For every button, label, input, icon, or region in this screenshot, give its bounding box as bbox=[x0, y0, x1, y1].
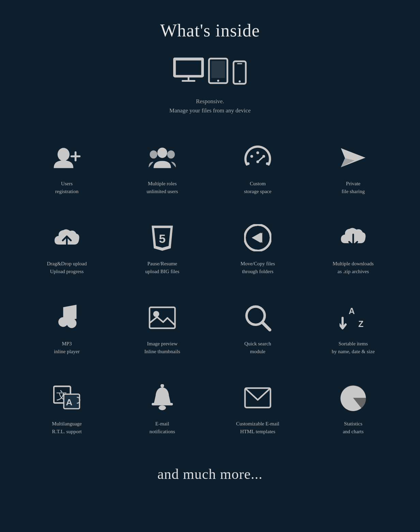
feature-multiple-downloads-label: Multiple downloadsas .zip archives bbox=[333, 260, 374, 275]
phone-icon bbox=[232, 60, 247, 87]
svg-rect-7 bbox=[211, 61, 225, 78]
svg-point-47 bbox=[161, 384, 164, 388]
music-icon bbox=[53, 302, 80, 333]
svg-marker-33 bbox=[252, 233, 261, 243]
feature-drag-drop: Drag&Drop uploadUpload progress bbox=[22, 216, 111, 282]
svg-point-35 bbox=[67, 318, 76, 328]
svg-point-37 bbox=[153, 311, 159, 317]
svg-point-49 bbox=[159, 406, 166, 410]
envelope-icon bbox=[244, 382, 271, 413]
feature-private-sharing-label: Privatefile sharing bbox=[342, 180, 365, 195]
svg-rect-4 bbox=[182, 80, 195, 82]
responsive-text: Responsive. Manage your files from any d… bbox=[169, 97, 251, 115]
sort-az-icon: A Z bbox=[340, 302, 367, 333]
svg-text:A: A bbox=[349, 307, 355, 316]
html5-icon: 5 bbox=[149, 222, 176, 253]
feature-email-templates-label: Customizable E-mailHTML templates bbox=[236, 420, 279, 435]
svg-rect-36 bbox=[150, 308, 175, 328]
device-icons-group bbox=[173, 58, 247, 87]
feature-sortable: A Z Sortable itemsby name, date & size bbox=[309, 296, 397, 362]
cloud-download-icon bbox=[340, 222, 367, 253]
svg-point-18 bbox=[250, 155, 253, 158]
svg-point-21 bbox=[266, 162, 269, 165]
feature-multiple-downloads: Multiple downloadsas .zip archives bbox=[309, 216, 397, 282]
feature-pause-resume-label: Pause/Resumeupload BIG files bbox=[145, 260, 179, 275]
svg-point-9 bbox=[239, 80, 241, 82]
feature-users-registration-label: Usersregistration bbox=[55, 180, 78, 195]
user-add-icon bbox=[53, 142, 80, 173]
feature-email-templates: Customizable E-mailHTML templates bbox=[213, 376, 302, 442]
feature-move-copy-label: Move/Copy filesthrough folders bbox=[240, 260, 275, 275]
feature-image-preview-label: Image previewInline thumbnails bbox=[144, 340, 180, 355]
feature-users-registration: Usersregistration bbox=[22, 136, 111, 202]
search-icon bbox=[244, 302, 271, 333]
feature-multiple-roles-label: Multiple rolesunlimited users bbox=[147, 180, 178, 195]
feature-custom-storage-label: Customstorage space bbox=[244, 180, 271, 195]
svg-text:A: A bbox=[66, 397, 72, 408]
feature-statistics: Statisticsand charts bbox=[309, 376, 397, 442]
feature-move-copy: Move/Copy filesthrough folders bbox=[213, 216, 302, 282]
feature-multilanguage: 文 A MultilanguageR.T.L. support bbox=[22, 376, 111, 442]
svg-point-17 bbox=[247, 162, 250, 165]
feature-statistics-label: Statisticsand charts bbox=[343, 420, 363, 435]
image-icon bbox=[149, 302, 176, 333]
feature-email-notifications: E-mailnotifications bbox=[118, 376, 207, 442]
svg-point-11 bbox=[58, 148, 70, 161]
tablet-icon bbox=[208, 58, 228, 87]
group-icon bbox=[149, 142, 176, 173]
feature-quick-search-label: Quick searchmodule bbox=[244, 340, 271, 355]
translate-icon: 文 A bbox=[53, 382, 80, 413]
svg-point-16 bbox=[167, 151, 175, 159]
bell-icon bbox=[149, 382, 176, 413]
feature-multilanguage-label: MultilanguageR.T.L. support bbox=[52, 420, 81, 435]
cloud-upload-icon bbox=[53, 222, 80, 253]
svg-text:5: 5 bbox=[159, 232, 166, 246]
svg-point-15 bbox=[150, 151, 157, 159]
feature-mp3-label: MP3inline player bbox=[54, 340, 79, 355]
pie-chart-icon bbox=[340, 382, 367, 413]
feature-pause-resume: 5 Pause/Resumeupload BIG files bbox=[118, 216, 207, 282]
paper-plane-icon bbox=[340, 142, 367, 173]
feature-image-preview: Image previewInline thumbnails bbox=[118, 296, 207, 362]
feature-mp3: MP3inline player bbox=[22, 296, 111, 362]
feature-drag-drop-label: Drag&Drop uploadUpload progress bbox=[47, 260, 87, 275]
page-wrapper: What's inside bbox=[0, 0, 420, 510]
svg-rect-48 bbox=[152, 403, 173, 405]
svg-point-23 bbox=[256, 160, 259, 163]
feature-sortable-label: Sortable itemsby name, date & size bbox=[332, 340, 375, 355]
feature-quick-search: Quick searchmodule bbox=[213, 296, 302, 362]
features-grid: Usersregistration Multiple rolesunlimite… bbox=[22, 136, 397, 442]
svg-point-6 bbox=[217, 80, 219, 82]
svg-point-14 bbox=[158, 148, 167, 158]
gauge-icon bbox=[244, 142, 271, 173]
svg-text:Z: Z bbox=[358, 319, 363, 329]
monitor-icon bbox=[173, 58, 204, 87]
page-title: What's inside bbox=[160, 20, 260, 41]
arrow-circle-icon bbox=[244, 222, 271, 253]
svg-point-19 bbox=[256, 152, 259, 154]
feature-private-sharing: Privatefile sharing bbox=[309, 136, 397, 202]
feature-custom-storage: Customstorage space bbox=[213, 136, 302, 202]
and-more-text: and much more... bbox=[158, 466, 263, 482]
feature-multiple-roles: Multiple rolesunlimited users bbox=[118, 136, 207, 202]
feature-email-notifications-label: E-mailnotifications bbox=[150, 420, 175, 435]
svg-line-39 bbox=[262, 323, 270, 330]
